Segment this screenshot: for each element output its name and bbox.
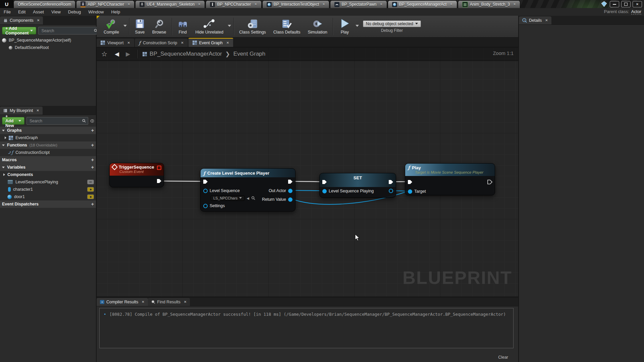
- tab-find-results[interactable]: Find Results: [148, 298, 190, 306]
- settings-pin[interactable]: Settings: [203, 203, 225, 208]
- variable-door1[interactable]: door1: [0, 193, 96, 200]
- tab-compiler-results[interactable]: » Compiler Results: [97, 298, 148, 306]
- exec-in-pin[interactable]: [322, 180, 327, 184]
- maximize-button[interactable]: [621, 1, 631, 7]
- eye-closed-icon[interactable]: [87, 180, 94, 184]
- visibility-filter-icon[interactable]: [90, 119, 94, 123]
- clear-button[interactable]: Clear: [498, 355, 508, 360]
- node-header[interactable]: TriggerSequence Custom Event: [110, 163, 164, 176]
- exec-out-pin[interactable]: [487, 180, 492, 184]
- close-icon[interactable]: [36, 109, 39, 112]
- bookmark-star-icon[interactable]: ☆: [101, 50, 107, 58]
- set-input-pin[interactable]: Level Sequence Playing: [322, 189, 374, 193]
- minimize-button[interactable]: [610, 1, 619, 7]
- myblueprint-search-input[interactable]: [29, 118, 82, 124]
- component-root-item[interactable]: BP_SequenceManagerActor(self): [0, 37, 96, 44]
- node-set-level-sequence-playing[interactable]: SET Level Sequence Playing: [319, 173, 396, 198]
- feedback-icon[interactable]: [601, 1, 607, 8]
- functions-section-header[interactable]: Functions (18 Overridable) +: [0, 141, 96, 149]
- delegate-pin[interactable]: [157, 166, 161, 170]
- tab-construction-script[interactable]: ƒ Construction Scrip: [135, 39, 188, 47]
- construction-script-item[interactable]: ⤴ƒ ConstructionScript: [0, 149, 96, 156]
- variables-section-header[interactable]: Variables +: [0, 164, 96, 171]
- event-dispatchers-header[interactable]: Event Dispatchers +: [0, 200, 96, 208]
- play-button[interactable]: Play: [335, 17, 355, 36]
- set-output-pin[interactable]: [389, 189, 393, 193]
- close-icon[interactable]: [513, 3, 516, 6]
- exec-in-pin[interactable]: [408, 180, 413, 184]
- class-settings-button[interactable]: Class Settings: [235, 17, 270, 36]
- tab-bp-sequencemanageractor[interactable]: BP_SequenceManagerAct: [388, 0, 457, 8]
- components-search-input[interactable]: [41, 28, 94, 34]
- tab-ue4-mannequin-skeleton[interactable]: UE4_Mannequin_Skeleton: [135, 0, 205, 8]
- add-dispatcher-button[interactable]: +: [91, 201, 94, 207]
- event-graph-item[interactable]: EventGraph: [0, 134, 96, 141]
- graphs-section-header[interactable]: Graphs +: [0, 127, 96, 134]
- add-function-button[interactable]: +: [91, 142, 94, 148]
- close-icon[interactable]: [198, 3, 201, 6]
- compiler-log[interactable]: •[8082.78] Compile of BP_SequenceManager…: [99, 308, 514, 348]
- tab-event-graph[interactable]: Event Graph: [189, 38, 233, 47]
- tab-abp-npccharacter[interactable]: ABP_NPCCharacter: [76, 0, 135, 8]
- eye-open-icon[interactable]: [87, 194, 94, 199]
- close-icon[interactable]: [127, 3, 130, 6]
- compile-options-icon[interactable]: [123, 25, 127, 28]
- asset-dropdown[interactable]: LS_NPCChars: [211, 195, 245, 201]
- exec-out-pin[interactable]: [388, 180, 393, 184]
- menu-view[interactable]: View: [48, 9, 64, 14]
- find-button[interactable]: Find: [174, 17, 192, 36]
- level-sequence-pin[interactable]: Level Sequence: [203, 188, 240, 193]
- tab-office-scene[interactable]: OfficeSceneConferenceRoom: [13, 0, 75, 8]
- menu-file[interactable]: File: [0, 9, 14, 14]
- tab-viewport[interactable]: Viewport: [97, 39, 134, 47]
- browse-button[interactable]: Browse: [149, 17, 170, 36]
- use-selected-icon[interactable]: ◀: [247, 196, 249, 200]
- nav-back-icon[interactable]: ◀: [115, 51, 119, 58]
- tab-bp-npccharacter[interactable]: BP_NPCCharacter: [206, 0, 261, 8]
- close-icon[interactable]: [142, 300, 144, 304]
- close-icon[interactable]: [37, 19, 40, 22]
- add-variable-button[interactable]: +: [91, 165, 94, 170]
- breadcrumb-leaf[interactable]: Event Graph: [233, 51, 265, 57]
- tab-anim-body-stretch[interactable]: Anim_Body_Stretch_3: [458, 0, 521, 8]
- close-icon[interactable]: [127, 41, 130, 45]
- close-icon[interactable]: [322, 3, 325, 6]
- node-trigger-sequence[interactable]: TriggerSequence Custom Event: [109, 163, 164, 187]
- add-component-button[interactable]: + Add Component: [2, 27, 36, 35]
- menu-help[interactable]: Help: [107, 9, 124, 14]
- tab-details-panel[interactable]: i Details: [519, 16, 551, 24]
- tab-bp-spectatorpawn[interactable]: BP_SpectatorPawn: [330, 0, 387, 8]
- close-icon[interactable]: [380, 3, 382, 6]
- event-graph-canvas[interactable]: TriggerSequence Custom Event ƒ Create Le…: [97, 47, 518, 297]
- debug-object-dropdown[interactable]: No debug object selected: [363, 20, 421, 27]
- menu-debug[interactable]: Debug: [64, 9, 85, 14]
- menu-window[interactable]: Window: [85, 9, 107, 14]
- myblueprint-search[interactable]: [26, 117, 88, 125]
- exec-out-pin[interactable]: [288, 179, 293, 184]
- node-header[interactable]: SET: [320, 173, 396, 187]
- breadcrumb-root[interactable]: BP_SequenceManagerActor: [150, 51, 222, 57]
- menu-asset[interactable]: Asset: [29, 9, 48, 14]
- add-macro-button[interactable]: +: [91, 157, 94, 163]
- components-search[interactable]: [38, 27, 100, 35]
- eye-open-icon[interactable]: [87, 187, 94, 192]
- nav-forward-icon[interactable]: ▶: [126, 51, 130, 58]
- menu-edit[interactable]: Edit: [14, 9, 29, 14]
- node-create-level-sequence-player[interactable]: ƒ Create Level Sequence Player Level Seq…: [200, 168, 296, 212]
- target-pin[interactable]: Target: [408, 189, 426, 194]
- hide-unrelated-options-icon[interactable]: [228, 25, 231, 28]
- tab-my-blueprint-panel[interactable]: My Blueprint: [0, 107, 43, 115]
- exec-out-pin[interactable]: [157, 179, 162, 183]
- node-header[interactable]: ƒ Play Target is Movie Scene Sequence Pl…: [405, 164, 495, 176]
- component-scene-root-item[interactable]: DefaultSceneRoot: [0, 44, 96, 51]
- variables-components-group[interactable]: Components: [0, 171, 96, 178]
- add-graph-button[interactable]: +: [91, 128, 94, 133]
- parent-class-link[interactable]: Actor: [631, 9, 641, 14]
- node-header[interactable]: ƒ Create Level Sequence Player: [201, 169, 295, 177]
- close-icon[interactable]: [184, 300, 186, 304]
- close-icon[interactable]: [226, 41, 229, 45]
- close-icon[interactable]: [254, 3, 257, 6]
- compile-button[interactable]: Compile: [100, 17, 123, 36]
- close-icon[interactable]: [450, 3, 452, 6]
- class-defaults-button[interactable]: Class Defaults: [270, 17, 304, 36]
